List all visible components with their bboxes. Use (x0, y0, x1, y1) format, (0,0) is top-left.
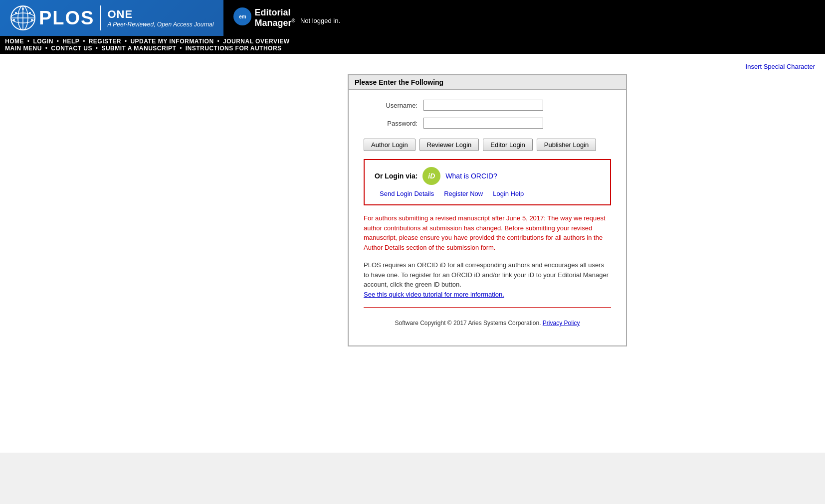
nav-login[interactable]: LOGIN (33, 38, 53, 45)
svg-point-5 (22, 8, 24, 10)
svg-point-7 (29, 12, 31, 14)
main-content: Insert Special Character Please Enter th… (0, 54, 825, 453)
svg-point-9 (31, 19, 33, 21)
or-login-via-label: Or Login via: (375, 172, 417, 180)
password-label: Password: (364, 120, 423, 127)
svg-point-8 (13, 19, 15, 21)
plos-tagline: A Peer-Reviewed, Open Access Journal (107, 21, 213, 28)
em-manager-text: Manager® (254, 18, 295, 28)
username-input[interactable] (423, 100, 543, 111)
login-help-link[interactable]: Login Help (493, 190, 524, 197)
black-notice: PLOS requires an ORCID iD for all corres… (364, 260, 611, 299)
nav-contact[interactable]: CONTACT US (51, 45, 92, 52)
svg-point-6 (15, 12, 17, 14)
login-form-box: Please Enter the Following Username: Pas… (348, 74, 627, 346)
em-badge-icon: em (233, 7, 251, 25)
em-text: Editorial Manager® (254, 7, 295, 28)
nav-instructions[interactable]: INSTRUCTIONS FOR AUTHORS (186, 45, 282, 52)
em-logo: em Editorial Manager® (233, 7, 295, 28)
editor-login-button[interactable]: Editor Login (483, 139, 532, 151)
privacy-policy-link[interactable]: Privacy Policy (543, 320, 580, 327)
username-label: Username: (364, 102, 423, 109)
logo-area: PLOS ONE A Peer-Reviewed, Open Access Jo… (0, 0, 223, 36)
nav-main-menu[interactable]: MAIN MENU (5, 45, 42, 52)
insert-special-link[interactable]: Insert Special Character (746, 63, 815, 70)
nav-register[interactable]: REGISTER (89, 38, 121, 45)
plos-globe-icon (10, 5, 36, 31)
red-notice: For authors submitting a revised manuscr… (364, 213, 611, 252)
form-box-body: Username: Password: Author Login Reviewe… (349, 90, 626, 345)
register-now-link[interactable]: Register Now (444, 190, 483, 197)
nav-home[interactable]: HOME (5, 38, 24, 45)
login-buttons-group: Author Login Reviewer Login Editor Login… (364, 139, 611, 151)
what-is-orcid-link[interactable]: What is ORCID? (445, 172, 497, 180)
publisher-login-button[interactable]: Publisher Login (537, 139, 597, 151)
nav-submit[interactable]: SUBMIT A MANUSCRIPT (101, 45, 176, 52)
form-box-title: Please Enter the Following (349, 75, 626, 90)
orcid-row1: Or Login via: iD What is ORCID? (375, 167, 600, 185)
orcid-id-icon[interactable]: iD (422, 167, 440, 185)
logo-divider (100, 5, 101, 30)
nav-help[interactable]: HELP (62, 38, 79, 45)
plos-logo: PLOS ONE A Peer-Reviewed, Open Access Jo… (10, 5, 213, 31)
nav-update[interactable]: UPDATE MY INFORMATION (130, 38, 213, 45)
reviewer-login-button[interactable]: Reviewer Login (419, 139, 479, 151)
header: PLOS ONE A Peer-Reviewed, Open Access Jo… (0, 0, 825, 36)
password-input[interactable] (423, 118, 543, 129)
orcid-links: Send Login Details Register Now Login He… (380, 190, 600, 197)
send-login-details-link[interactable]: Send Login Details (380, 190, 434, 197)
insert-special-area: Insert Special Character (0, 59, 825, 74)
footer-divider (364, 307, 611, 308)
plos-wordmark: PLOS (39, 7, 94, 29)
orcid-box: Or Login via: iD What is ORCID? Send Log… (364, 159, 611, 205)
video-tutorial-link[interactable]: See this quick video tutorial for more i… (364, 291, 504, 298)
username-row: Username: (364, 100, 611, 111)
plos-subtitle: ONE A Peer-Reviewed, Open Access Journal (107, 8, 213, 28)
author-login-button[interactable]: Author Login (364, 139, 415, 151)
login-status: Not logged in. (300, 17, 340, 24)
plos-one-text: ONE (107, 8, 213, 21)
footer-copyright: Software Copyright © 2017 Aries Systems … (364, 316, 611, 331)
nav-bar: HOME • LOGIN • HELP • REGISTER • UPDATE … (0, 36, 825, 54)
em-editorial-text: Editorial (254, 7, 295, 18)
em-header: em Editorial Manager® Not logged in. (223, 0, 825, 36)
nav-journal-overview[interactable]: JOURNAL OVERVIEW (223, 38, 290, 45)
password-row: Password: (364, 118, 611, 129)
login-container: Please Enter the Following Username: Pas… (188, 74, 637, 366)
